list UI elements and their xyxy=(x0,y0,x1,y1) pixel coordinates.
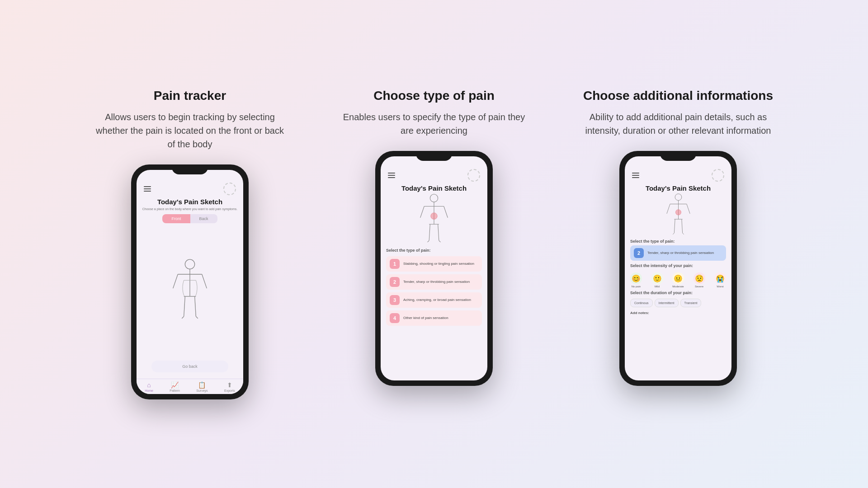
svg-line-19 xyxy=(438,224,439,240)
back-btn[interactable]: Back xyxy=(190,214,217,223)
phone-3: Today's Pain Sketch xyxy=(619,151,737,386)
main-container: Pain tracker Allows users to begin track… xyxy=(0,70,868,418)
moderate-emoji: 😐 xyxy=(672,272,684,284)
svg-line-18 xyxy=(429,224,430,240)
panel-pain-type: Choose type of pain Enables users to spe… xyxy=(326,89,542,386)
pain-text-1: Stabbing, shooting or tingling pain sens… xyxy=(403,262,474,266)
svg-point-11 xyxy=(430,194,438,202)
panel3-title: Choose additional informations xyxy=(583,89,773,103)
pain-item-3[interactable]: 3 Aching, cramping, or broad pain sensat… xyxy=(386,292,482,308)
phone3-notch xyxy=(660,151,696,161)
intensity-severe[interactable]: 😟 Severe xyxy=(693,272,705,288)
phone3-screen: Today's Pain Sketch xyxy=(625,156,731,380)
front-btn[interactable]: Front xyxy=(162,214,190,223)
phone2-header xyxy=(386,169,482,182)
nav-pattern[interactable]: 📈 Pattern xyxy=(170,382,180,392)
svg-line-31 xyxy=(681,219,682,233)
svg-line-7 xyxy=(184,296,185,316)
phone-1: Today's Pain Sketch Choose a place on th… xyxy=(131,164,249,399)
duration-row: Continous Intermittent Transient xyxy=(630,299,726,307)
pain-text-4: Other kind of pain sensation xyxy=(403,316,448,320)
nav-home[interactable]: ⌂ Home xyxy=(145,382,153,392)
pain-num-3: 3 xyxy=(390,295,400,305)
svg-line-30 xyxy=(674,219,675,233)
body-svg-1 xyxy=(167,256,212,328)
intensity-moderate[interactable]: 😐 Moderate xyxy=(672,272,684,288)
phone-2: Today's Pain Sketch xyxy=(375,151,493,386)
dur-transient[interactable]: Transient xyxy=(680,299,702,307)
duration-label: Select the duration of your pain: xyxy=(630,291,726,295)
nav-exports[interactable]: ⬆ Exports xyxy=(224,382,235,392)
intensity-no-pain[interactable]: 😊 No pain xyxy=(630,272,642,288)
phone1-bottom-nav: ⌂ Home 📈 Pattern 📋 Surveys ⬆ Exports xyxy=(137,379,243,394)
phone3-header xyxy=(630,169,726,182)
dur-continous[interactable]: Continous xyxy=(630,299,653,307)
body-figure-3 xyxy=(630,194,726,239)
svg-line-9 xyxy=(182,316,184,318)
phone2-select-label: Select the type of pain: xyxy=(386,248,482,253)
pain-item-4[interactable]: 4 Other kind of pain sensation xyxy=(386,310,482,326)
selected-pain-text: Tender, sharp or throbbing pain sensatio… xyxy=(647,251,714,255)
nav-surveys[interactable]: 📋 Surveys xyxy=(196,382,208,392)
body-figure-2 xyxy=(386,194,482,248)
svg-point-23 xyxy=(675,194,682,201)
phone2-screen-title: Today's Pain Sketch xyxy=(386,184,482,192)
nav-exports-label: Exports xyxy=(224,389,235,392)
dur-intermittent[interactable]: Intermittent xyxy=(655,299,679,307)
pain-text-2: Tender, sharp or throbbing pain sensatio… xyxy=(403,280,470,284)
phone1-screen: Today's Pain Sketch Choose a place on th… xyxy=(137,170,243,379)
svg-line-8 xyxy=(195,296,196,316)
hamburger-icon xyxy=(144,186,151,192)
moderate-label: Moderate xyxy=(672,285,684,288)
svg-line-32 xyxy=(673,233,674,235)
mild-label: Mild xyxy=(655,285,660,288)
phone2-logo xyxy=(467,169,480,182)
panel-additional-info: Choose additional informations Ability t… xyxy=(570,89,787,386)
severe-label: Severe xyxy=(695,285,703,288)
svg-line-20 xyxy=(428,240,429,242)
panel-pain-tracker: Pain tracker Allows users to begin track… xyxy=(81,89,298,399)
severe-emoji: 😟 xyxy=(693,272,705,284)
front-back-toggle[interactable]: Front Back xyxy=(142,214,238,223)
svg-line-21 xyxy=(439,240,441,242)
svg-line-27 xyxy=(666,204,670,214)
intensity-worst[interactable]: 😭 Worst xyxy=(714,272,726,288)
nav-pattern-label: Pattern xyxy=(170,389,180,392)
intensity-mild[interactable]: 🙂 Mild xyxy=(651,272,663,288)
go-back-button[interactable]: Go back xyxy=(151,361,228,372)
add-notes-label: Add notes: xyxy=(630,311,726,315)
pain-num-1: 1 xyxy=(390,259,400,269)
mild-emoji: 🙂 xyxy=(651,272,663,284)
panel1-title: Pain tracker xyxy=(154,89,226,103)
svg-line-5 xyxy=(202,274,207,288)
phone2-notch xyxy=(416,151,452,161)
selected-pain-num: 2 xyxy=(634,248,644,258)
no-pain-emoji: 😊 xyxy=(630,272,642,284)
phone3-hamburger xyxy=(632,173,639,178)
logo-circle xyxy=(223,183,236,195)
panel2-desc: Enables users to specify the type of pai… xyxy=(339,110,529,137)
phone3-inner: Today's Pain Sketch xyxy=(625,156,731,380)
worst-emoji: 😭 xyxy=(714,272,726,284)
selected-pain-item[interactable]: 2 Tender, sharp or throbbing pain sensat… xyxy=(630,245,726,261)
svg-line-33 xyxy=(682,233,684,235)
worst-label: Worst xyxy=(717,285,724,288)
svg-point-34 xyxy=(675,210,681,215)
pain-num-2: 2 xyxy=(390,277,400,287)
nav-home-label: Home xyxy=(145,389,153,392)
phone2-inner: Today's Pain Sketch xyxy=(381,156,487,380)
panel3-desc: Ability to add additional pain details, … xyxy=(583,110,773,137)
phone3-select-pain-label: Select the type of pain: xyxy=(630,239,726,244)
nav-surveys-label: Surveys xyxy=(196,389,208,392)
phone1-inner: Today's Pain Sketch Choose a place on th… xyxy=(137,170,243,394)
pain-item-2[interactable]: 2 Tender, sharp or throbbing pain sensat… xyxy=(386,274,482,290)
home-icon: ⌂ xyxy=(145,382,153,388)
phone3-screen-title: Today's Pain Sketch xyxy=(630,184,726,192)
phone2-hamburger xyxy=(388,173,395,178)
svg-line-28 xyxy=(686,204,689,214)
phone2-screen: Today's Pain Sketch xyxy=(381,156,487,380)
panel2-title: Choose type of pain xyxy=(373,89,495,103)
pain-item-1[interactable]: 1 Stabbing, shooting or tingling pain se… xyxy=(386,256,482,272)
no-pain-label: No pain xyxy=(632,285,641,288)
pain-text-3: Aching, cramping, or broad pain sensatio… xyxy=(403,298,471,302)
